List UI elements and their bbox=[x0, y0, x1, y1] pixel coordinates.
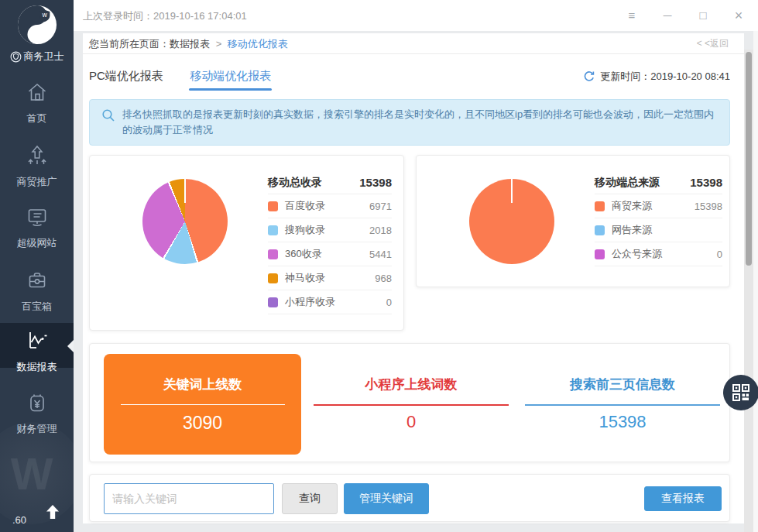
sidebar: w 商务卫士 首页 bbox=[0, 0, 74, 532]
legend-label: 360收录 bbox=[285, 247, 322, 261]
app-window: 上次登录时间：2019-10-16 17:04:01 ≡ ─ □ × w 商务卫… bbox=[0, 0, 758, 532]
sidebar-item-label: 数据报表 bbox=[0, 360, 74, 374]
legend-swatch bbox=[595, 201, 605, 211]
view-report-button[interactable]: 查看报表 bbox=[644, 486, 722, 511]
stat-top3-pages-info: 搜索前三页信息数 15398 bbox=[514, 354, 731, 455]
logo-swirl-icon: w bbox=[17, 5, 57, 45]
legend-label: 公众号来源 bbox=[612, 247, 662, 261]
legend-swatch bbox=[268, 249, 278, 259]
stats-card: 关键词上线数 3090 小程序上线词数 0 搜索前三页信息数 15398 bbox=[89, 343, 730, 462]
monitor-icon bbox=[26, 205, 49, 228]
legend-value: 15398 bbox=[695, 201, 722, 212]
update-time: 更新时间：2019-10-20 08:41 bbox=[583, 70, 730, 84]
legend-value: 2018 bbox=[369, 225, 392, 236]
scrollbar-thumb[interactable] bbox=[746, 52, 752, 266]
legend-row: 搜狗收录 2018 bbox=[268, 218, 392, 242]
breadcrumb: 您当前所在页面：数据报表 > 移动优化报表 < <返回 bbox=[83, 33, 744, 54]
legend-value: 0 bbox=[717, 249, 722, 260]
sidebar-item-label: 首页 bbox=[0, 112, 74, 125]
version-fragment: .60 bbox=[12, 514, 26, 526]
chart-card-mobile-sources: 移动端总来源 15398 商贸来源 15398 网告来源 bbox=[416, 155, 730, 287]
stat-value: 0 bbox=[303, 412, 520, 432]
chart-legend: 移动总收录 15398 百度收录 6971 搜狗收录 2018 bbox=[268, 171, 392, 314]
legend-label: 网告来源 bbox=[612, 223, 652, 237]
home-icon bbox=[26, 81, 49, 104]
legend-label: 神马收录 bbox=[285, 271, 325, 285]
legend-title-label: 移动端总来源 bbox=[595, 176, 660, 190]
brand-name: 商务卫士 bbox=[24, 50, 64, 63]
sidebar-item-label: 百宝箱 bbox=[0, 300, 74, 314]
legend-label: 搜狗收录 bbox=[285, 223, 325, 237]
legend-swatch bbox=[268, 225, 278, 235]
sidebar-item-reports[interactable]: 数据报表 bbox=[0, 323, 74, 368]
stat-divider bbox=[525, 404, 720, 406]
stat-value: 15398 bbox=[514, 412, 731, 432]
qr-code-icon bbox=[732, 384, 749, 401]
main-panel: 您当前所在页面：数据报表 > 移动优化报表 < <返回 PC端优化报表 移动端优… bbox=[83, 33, 744, 523]
legend-swatch bbox=[595, 249, 605, 259]
legend-label: 商贸来源 bbox=[612, 199, 652, 213]
chart-report-icon bbox=[26, 329, 49, 352]
sidebar-watermark: W bbox=[0, 422, 74, 524]
pie-chart-mobile-sources bbox=[469, 179, 554, 264]
legend-swatch bbox=[268, 273, 278, 283]
svg-text:w: w bbox=[41, 11, 47, 19]
sidebar-item-toolbox[interactable]: 百宝箱 bbox=[0, 269, 74, 314]
notice-text: 排名快照抓取的是报表更新时刻的真实数据，搜索引擎的排名是实时变化的，且不同地区i… bbox=[122, 108, 714, 136]
legend-swatch bbox=[595, 225, 605, 235]
last-login-time: 上次登录时间：2019-10-16 17:04:01 bbox=[83, 9, 247, 23]
legend-label: 小程序收录 bbox=[285, 295, 335, 309]
sidebar-item-label: 商贸推广 bbox=[0, 175, 74, 189]
stat-miniprogram-words: 小程序上线词数 0 bbox=[303, 354, 520, 455]
tab-mobile-report[interactable]: 移动端优化报表 bbox=[190, 69, 271, 84]
sidebar-item-website[interactable]: 超级网站 bbox=[0, 205, 74, 250]
sidebar-item-home[interactable]: 首页 bbox=[0, 81, 74, 125]
legend-swatch bbox=[268, 297, 278, 307]
manage-keywords-button[interactable]: 管理关键词 bbox=[344, 483, 429, 514]
keyword-input[interactable] bbox=[104, 483, 274, 514]
update-time-text: 更新时间：2019-10-20 08:41 bbox=[600, 70, 730, 84]
close-icon[interactable]: × bbox=[730, 0, 747, 31]
stat-label: 搜索前三页信息数 bbox=[514, 376, 731, 393]
legend-label: 百度收录 bbox=[285, 199, 325, 213]
menu-icon[interactable]: ≡ bbox=[623, 0, 640, 31]
right-gutter bbox=[753, 31, 758, 532]
refresh-icon[interactable] bbox=[583, 70, 595, 83]
tab-pc-report[interactable]: PC端优化报表 bbox=[89, 69, 163, 84]
tabs-bar: PC端优化报表 移动端优化报表 更新时间：2019-10-20 08:41 bbox=[89, 63, 738, 95]
legend-row: 商贸来源 15398 bbox=[595, 194, 722, 218]
query-button[interactable]: 查询 bbox=[282, 483, 338, 514]
legend-swatch bbox=[268, 201, 278, 211]
pie-chart-mobile-index bbox=[142, 179, 228, 264]
brand-badge-icon bbox=[10, 51, 22, 63]
legend-row: 百度收录 6971 bbox=[268, 194, 392, 218]
legend-row: 神马收录 968 bbox=[268, 266, 392, 290]
sidebar-item-label: 超级网站 bbox=[0, 236, 74, 250]
chart-legend: 移动端总来源 15398 商贸来源 15398 网告来源 bbox=[595, 171, 722, 266]
back-link[interactable]: < <返回 bbox=[697, 33, 729, 54]
legend-value: 0 bbox=[386, 297, 392, 308]
chart-card-mobile-index: 移动总收录 15398 百度收录 6971 搜狗收录 2018 bbox=[89, 155, 404, 331]
legend-value: 6971 bbox=[369, 201, 392, 212]
maximize-icon[interactable]: □ bbox=[695, 0, 712, 31]
legend-value: 5441 bbox=[369, 249, 392, 260]
qr-code-button[interactable] bbox=[723, 375, 758, 410]
stat-divider bbox=[121, 404, 285, 405]
money-jar-icon bbox=[26, 391, 49, 414]
legend-title-label: 移动总收录 bbox=[268, 176, 322, 190]
legend-row: 360收录 5441 bbox=[268, 242, 392, 266]
breadcrumb-current[interactable]: 移动优化报表 bbox=[228, 38, 288, 50]
breadcrumb-separator: > bbox=[216, 38, 222, 50]
content-area: 您当前所在页面：数据报表 > 移动优化报表 < <返回 PC端优化报表 移动端优… bbox=[74, 31, 758, 532]
stat-keywords-online: 关键词上线数 3090 bbox=[104, 354, 301, 455]
breadcrumb-prefix: 您当前所在页面：数据报表 bbox=[89, 38, 210, 50]
keyword-search-card: 查询 管理关键词 查看报表 bbox=[89, 474, 730, 522]
minimize-icon[interactable]: ─ bbox=[659, 0, 676, 31]
legend-title-value: 15398 bbox=[359, 176, 392, 189]
legend-row: 网告来源 bbox=[595, 218, 722, 242]
sidebar-item-promotion[interactable]: 商贸推广 bbox=[0, 144, 74, 189]
legend-title-value: 15398 bbox=[690, 176, 722, 189]
back-to-top-icon[interactable] bbox=[45, 504, 60, 523]
toolbox-icon bbox=[26, 269, 49, 292]
app-logo: w 商务卫士 bbox=[0, 5, 74, 63]
